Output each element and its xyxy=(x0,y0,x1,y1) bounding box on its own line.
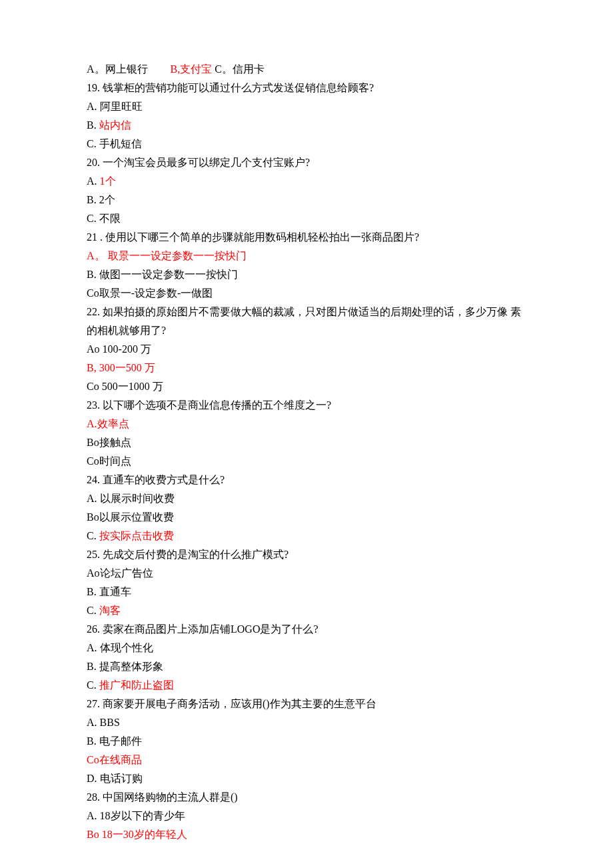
question-text: 23. 以下哪个选项不是商业信息传播的五个维度之一? xyxy=(87,399,331,411)
question-text: B. 做图一一设定参数一一按快门 xyxy=(87,269,238,280)
question-text: 26. 卖家在商品图片上添加店铺LOGO是为了什么? xyxy=(87,623,318,635)
text-line: Ao论坛广告位 xyxy=(87,564,526,583)
answer-text: 淘客 xyxy=(99,605,121,616)
question-text: Ao 100-200 万 xyxy=(87,343,151,355)
text-line: Co时间点 xyxy=(87,452,526,471)
text-line: C. 按实际点击收费 xyxy=(87,527,526,545)
question-text: A. 体现个性化 xyxy=(87,642,153,653)
question-text: Co时间点 xyxy=(87,455,131,467)
text-line: 27. 商家要开展电子商务活动，应该用()作为其主要的生意平台 xyxy=(87,695,526,713)
question-text: 22. 如果拍摄的原始图片不需要做大幅的裁减，只对图片做适当的后期处理的话，多少… xyxy=(87,306,521,336)
document-page: A。网上银行B,支付宝 C。信用卡19. 钱掌柜的营销功能可以通过什么方式发送促… xyxy=(0,0,613,868)
text-line: 23. 以下哪个选项不是商业信息传播的五个维度之一? xyxy=(87,396,526,415)
question-text: C. xyxy=(87,605,99,616)
text-line: A。网上银行B,支付宝 C。信用卡 xyxy=(87,60,526,79)
text-line: Bo以展示位置收费 xyxy=(87,508,526,527)
text-line: 28. 中国网络购物的主流人群是() xyxy=(87,788,526,807)
question-text: B. 2个 xyxy=(87,194,115,205)
text-line: 24. 直通车的收费方式是什么? xyxy=(87,471,526,489)
text-line: Bo接触点 xyxy=(87,433,526,452)
question-text: 19. 钱掌柜的营销功能可以通过什么方式发送促销信息给顾客? xyxy=(87,82,374,93)
text-line: Ao 100-200 万 xyxy=(87,340,526,359)
text-line: Co取景一-设定参数-一做图 xyxy=(87,284,526,303)
question-text: C. 手机短信 xyxy=(87,138,142,149)
text-line: A. 18岁以下的青少年 xyxy=(87,807,526,825)
question-text: 21 . 使用以下哪三个简单的步骤就能用数码相机轻松拍出一张商品图片? xyxy=(87,231,419,243)
text-line: A. BBS xyxy=(87,713,526,732)
text-line: 26. 卖家在商品图片上添加店铺LOGO是为了什么? xyxy=(87,620,526,639)
question-text: 24. 直通车的收费方式是什么? xyxy=(87,474,225,485)
answer-text: 站内信 xyxy=(99,119,131,131)
question-text: D. 电话订购 xyxy=(87,773,143,784)
question-text: C. xyxy=(87,679,99,691)
question-text: B. 电子邮件 xyxy=(87,735,142,747)
question-text: Bo接触点 xyxy=(87,437,131,448)
text-line: B. 提高整体形象 xyxy=(87,657,526,676)
text-line: 20. 一个淘宝会员最多可以绑定几个支付宝账户? xyxy=(87,153,526,172)
question-text: 20. 一个淘宝会员最多可以绑定几个支付宝账户? xyxy=(87,157,310,168)
text-line: D. 电话订购 xyxy=(87,769,526,788)
text-line: B. 电子邮件 xyxy=(87,732,526,751)
text-line: B. 做图一一设定参数一一按快门 xyxy=(87,265,526,284)
question-text: A。网上银行 xyxy=(87,63,148,75)
answer-text: B,支付宝 xyxy=(171,63,213,75)
question-text: C. 不限 xyxy=(87,213,121,224)
text-line: A. 以展示时间收费 xyxy=(87,489,526,508)
question-text: 27. 商家要开展电子商务活动，应该用()作为其主要的生意平台 xyxy=(87,698,376,709)
answer-text: B, 300一500 万 xyxy=(87,362,155,373)
question-text: Co取景一-设定参数-一做图 xyxy=(87,287,213,299)
question-text: C。信用卡 xyxy=(212,63,265,75)
text-line: Co在线商品 xyxy=(87,751,526,769)
question-text: B. xyxy=(87,119,99,131)
question-text: 28. 中国网络购物的主流人群是() xyxy=(87,791,238,803)
question-text: B. 直通车 xyxy=(87,586,131,597)
text-line: C. 手机短信 xyxy=(87,135,526,153)
text-line: A. 1个 xyxy=(87,172,526,191)
question-text: Co 500一1000 万 xyxy=(87,381,163,392)
text-line: 19. 钱掌柜的营销功能可以通过什么方式发送促销信息给顾客? xyxy=(87,79,526,97)
text-line: B. 站内信 xyxy=(87,116,526,135)
text-line: Bo 18一30岁的年轻人 xyxy=(87,825,526,844)
text-line: B. 直通车 xyxy=(87,583,526,601)
text-line: B, 300一500 万 xyxy=(87,359,526,377)
answer-text: 按实际点击收费 xyxy=(99,530,174,541)
text-line: 22. 如果拍摄的原始图片不需要做大幅的裁减，只对图片做适当的后期处理的话，多少… xyxy=(87,303,526,340)
question-text: C. xyxy=(87,530,99,541)
text-line: C. 推广和防止盗图 xyxy=(87,676,526,695)
text-line: 25. 先成交后付费的是淘宝的什么推广模式? xyxy=(87,545,526,564)
question-text: B. 提高整体形象 xyxy=(87,661,163,672)
answer-text: A.效率点 xyxy=(87,418,129,429)
answer-text: Bo 18一30岁的年轻人 xyxy=(87,829,187,840)
question-text: Ao论坛广告位 xyxy=(87,567,153,579)
question-text: A. 阿里旺旺 xyxy=(87,101,143,112)
answer-text: 推广和防止盗图 xyxy=(99,679,174,691)
answer-text: 1个 xyxy=(100,175,116,187)
text-line: A。 取景一一设定参数一一按快门 xyxy=(87,247,526,265)
question-text: 25. 先成交后付费的是淘宝的什么推广模式? xyxy=(87,549,289,560)
text-line: A. 阿里旺旺 xyxy=(87,97,526,116)
answer-text: Co在线商品 xyxy=(87,754,142,765)
question-text: A. BBS xyxy=(87,717,120,728)
text-line: A.效率点 xyxy=(87,415,526,433)
question-text: A. 以展示时间收费 xyxy=(87,493,175,504)
text-line: C. 不限 xyxy=(87,209,526,228)
answer-text: A。 取景一一设定参数一一按快门 xyxy=(87,250,247,261)
text-line: 21 . 使用以下哪三个简单的步骤就能用数码相机轻松拍出一张商品图片? xyxy=(87,228,526,247)
text-line: C. 淘客 xyxy=(87,601,526,620)
question-text: A. xyxy=(87,175,100,187)
text-line: A. 体现个性化 xyxy=(87,639,526,657)
question-text: A. 18岁以下的青少年 xyxy=(87,810,185,821)
text-line: Co 500一1000 万 xyxy=(87,377,526,396)
question-text: Bo以展示位置收费 xyxy=(87,511,174,523)
text-line: B. 2个 xyxy=(87,191,526,209)
